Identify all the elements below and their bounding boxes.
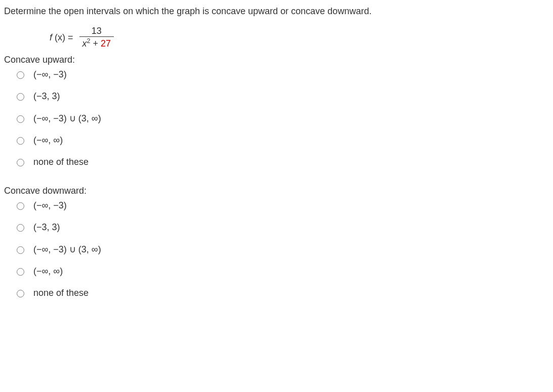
radio-up-1[interactable] (17, 71, 24, 79)
choice-text: (−∞, ∞) (33, 266, 63, 277)
choice-up-2[interactable]: (−3, 3) (14, 91, 549, 102)
radio-up-2[interactable] (17, 93, 24, 101)
concave-upward-label: Concave upward: (4, 55, 549, 65)
den-plus: + (91, 38, 101, 49)
den-const: 27 (101, 38, 111, 49)
choice-up-5[interactable]: none of these (14, 157, 549, 167)
choice-up-4[interactable]: (−∞, ∞) (14, 135, 549, 146)
radio-up-3[interactable] (17, 115, 24, 123)
choice-text: (−∞, −3) ∪ (3, ∞) (33, 113, 101, 124)
choice-up-3[interactable]: (−∞, −3) ∪ (3, ∞) (14, 113, 549, 124)
fx-label: f (x) = (50, 32, 73, 43)
fx-x: (x) = (52, 32, 73, 42)
choice-text: (−3, 3) (33, 222, 60, 233)
den-exp: 2 (87, 37, 91, 45)
choice-down-4[interactable]: (−∞, ∞) (14, 266, 549, 277)
choice-text: (−3, 3) (33, 91, 60, 102)
choice-text: (−∞, ∞) (33, 135, 63, 146)
radio-down-4[interactable] (17, 268, 24, 276)
choice-text: (−∞, −3) (33, 200, 67, 211)
radio-down-1[interactable] (17, 202, 24, 210)
numerator: 13 (90, 26, 104, 36)
concave-downward-choices: (−∞, −3) (−3, 3) (−∞, −3) ∪ (3, ∞) (−∞, … (14, 200, 549, 298)
choice-down-1[interactable]: (−∞, −3) (14, 200, 549, 211)
fraction: 13 x2 + 27 (79, 26, 114, 50)
choice-text: none of these (33, 288, 89, 298)
denominator: x2 + 27 (79, 36, 114, 50)
choice-up-1[interactable]: (−∞, −3) (14, 69, 549, 80)
choice-text: (−∞, −3) ∪ (3, ∞) (33, 244, 101, 255)
radio-up-5[interactable] (17, 159, 24, 166)
choice-text: (−∞, −3) (33, 69, 67, 80)
radio-down-2[interactable] (17, 224, 24, 232)
radio-down-3[interactable] (17, 246, 24, 254)
den-x: x (82, 38, 87, 49)
concave-downward-label: Concave downward: (4, 186, 549, 196)
choice-text: none of these (33, 157, 89, 167)
concave-upward-choices: (−∞, −3) (−3, 3) (−∞, −3) ∪ (3, ∞) (−∞, … (14, 69, 549, 167)
question-prompt: Determine the open intervals on which th… (4, 6, 549, 17)
choice-down-2[interactable]: (−3, 3) (14, 222, 549, 233)
choice-down-5[interactable]: none of these (14, 288, 549, 298)
function-expression: f (x) = 13 x2 + 27 (50, 26, 549, 50)
radio-down-5[interactable] (17, 290, 24, 297)
radio-up-4[interactable] (17, 137, 24, 145)
choice-down-3[interactable]: (−∞, −3) ∪ (3, ∞) (14, 244, 549, 255)
